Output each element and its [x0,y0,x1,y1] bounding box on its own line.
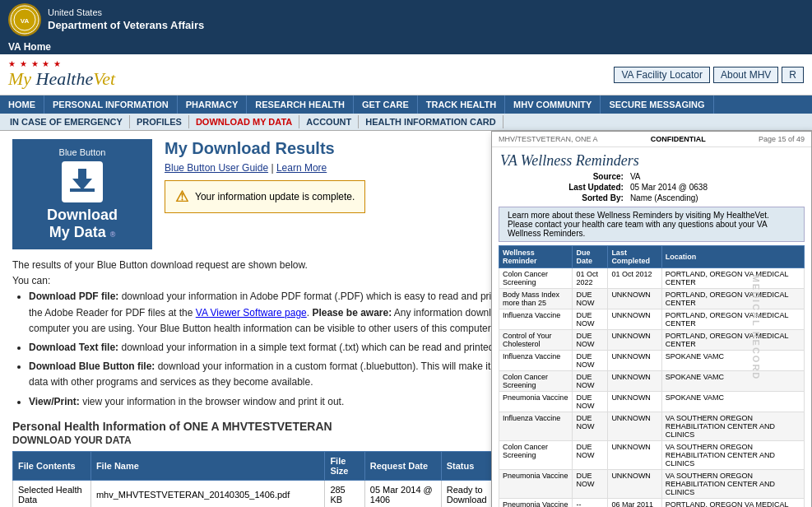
popup-page: Page 15 of 49 [759,135,805,143]
popup-cell-location: PORTLAND, OREGON VA MEDICAL CENTER [661,268,804,289]
alert-box: ⚠ Your information update is complete. [165,180,365,213]
nav-pharmacy[interactable]: PHARMACY [178,95,248,114]
nav-personal-information[interactable]: PERSONAL INFORMATION [44,95,178,114]
about-mhv-link[interactable]: About MHV [713,67,778,83]
popup-cell-location: VA SOUTHERN OREGON REHABILITATION CENTER… [661,441,804,470]
popup-cell-reminder: Influenza Vaccine [499,309,573,330]
popup-cell-location: PORTLAND, OREGON VA MEDICAL CENTER [661,499,804,508]
popup-meta: Source: VA Last Updated: 05 Mar 2014 @ 0… [492,171,811,203]
popup-cell-due: DUE NOW [573,289,608,309]
va-header: VA United States Department of Veterans … [0,0,812,40]
popup-cell-reminder: Colon Cancer Screening [499,371,573,392]
cell-file-contents: Selected Health Data [13,480,91,507]
popup-watermark: MEDICAL RECORD [752,274,762,380]
popup-cell-reminder: Pneumonia Vaccine [499,499,573,508]
blue-button-user-guide-link[interactable]: Blue Button User Guide [165,162,268,174]
popup-patient: MHV/TESTVETERAN, ONE A [499,135,598,143]
popup-cell-reminder: Pneumonia Vaccine [499,470,573,499]
subnav-emergency[interactable]: IN CASE OF EMERGENCY [3,115,130,128]
popup-sorted-label: Sorted By: [492,193,627,203]
subnav-download-my-data[interactable]: DOWNLOAD MY DATA [189,115,299,128]
subnav-health-info-card[interactable]: HEALTH INFORMATION CARD [359,115,503,128]
popup-cell-last: 01 Oct 2012 [608,268,661,289]
mhv-logo-text: My HealtheVet [8,68,115,90]
popup-table-row: Pneumonia Vaccine -- 06 Mar 2011 PORTLAN… [499,499,805,508]
popup-cell-location: SPOKANE VAMC [661,351,804,371]
svg-marker-4 [72,179,92,190]
cell-request-date: 05 Mar 2014 @ 1406 [364,480,441,507]
learn-more-link[interactable]: Learn More [276,162,327,174]
svg-text:VA: VA [21,17,30,25]
popup-th-reminder: Wellness Reminder [499,246,573,268]
nav-mhv-community[interactable]: MHV COMMUNITY [505,95,601,114]
popup-cell-last: UNKNOWN [608,351,661,371]
popup-cell-due: DUE NOW [573,309,608,330]
popup-cell-location: SPOKANE VAMC [661,392,804,412]
subnav-account[interactable]: ACCOUNT [299,115,359,128]
popup-title: VA Wellness Reminders [492,147,811,171]
popup-table-row: Pneumonia Vaccine DUE NOW UNKNOWN SPOKAN… [499,392,805,412]
bb-icon-box: Blue Button Download My Data ® [12,139,152,249]
popup-source-label: Source: [492,171,627,182]
va-nav-top: VA Home [0,40,812,54]
popup-header: MHV/TESTVETERAN, ONE A CONFIDENTIAL Page… [492,132,811,147]
popup-cell-last: UNKNOWN [608,412,661,441]
bb-download-icon [62,161,103,202]
popup-sorted-val: Name (Ascending) [627,193,811,203]
popup-cell-location: PORTLAND, OREGON VA MEDICAL CENTER [661,330,804,351]
popup-th-location: Location [661,246,804,268]
svg-rect-5 [78,169,86,180]
main-nav: HOME PERSONAL INFORMATION PHARMACY RESEA… [0,95,812,114]
popup-th-due: Due Date [573,246,608,268]
th-file-name: File Name [90,451,325,480]
content-wrapper: Blue Button Download My Data ® My Downlo… [0,131,812,507]
popup-cell-due: DUE NOW [573,371,608,392]
popup-cell-reminder: Body Mass Index more than 25 [499,289,573,309]
popup-cell-last: UNKNOWN [608,330,661,351]
bb-label1: Blue Button [59,147,106,157]
popup-cell-due: DUE NOW [573,351,608,371]
popup-cell-due: DUE NOW [573,392,608,412]
popup-updated-label: Last Updated: [492,182,627,193]
alert-icon: ⚠ [175,188,188,206]
popup-cell-last: UNKNOWN [608,470,661,499]
th-file-size: File Size [325,451,364,480]
popup-cell-last: UNKNOWN [608,309,661,330]
popup-info: Learn more about these Wellness Reminder… [499,207,805,242]
popup-cell-reminder: Colon Cancer Screening [499,268,573,289]
th-file-contents: File Contents [13,451,91,480]
mhv-top-links: VA Facility Locator About MHV R [614,67,804,83]
nav-secure-messaging[interactable]: SECURE MESSAGING [601,95,713,114]
r-link[interactable]: R [782,67,804,83]
popup-cell-last: UNKNOWN [608,441,661,470]
popup-cell-location: PORTLAND, OREGON VA MEDICAL CENTER [661,289,804,309]
va-home-link[interactable]: VA Home [8,41,51,53]
popup-table-row: Colon Cancer Screening DUE NOW UNKNOWN V… [499,441,805,470]
popup-cell-due: 01 Oct 2022 [573,268,608,289]
subnav-profiles[interactable]: PROFILES [130,115,189,128]
popup-cell-reminder: Colon Cancer Screening [499,441,573,470]
bb-label2: Download [47,207,118,224]
popup-table-row: Pneumonia Vaccine DUE NOW UNKNOWN VA SOU… [499,470,805,499]
nav-research-health[interactable]: RESEARCH HEALTH [247,95,354,114]
th-request-date: Request Date [364,451,441,480]
bb-label3: My Data ® [49,224,116,241]
popup-cell-due: DUE NOW [573,441,608,470]
popup-cell-location: VA SOUTHERN OREGON REHABILITATION CENTER… [661,412,804,441]
popup-cell-due: -- [573,499,608,508]
popup-cell-due: DUE NOW [573,412,608,441]
popup-cell-location: PORTLAND, OREGON VA MEDICAL CENTER [661,309,804,330]
va-facility-locator-link[interactable]: VA Facility Locator [614,67,709,83]
va-viewer-link[interactable]: VA Viewer Software page [196,307,307,319]
popup-cell-location: SPOKANE VAMC [661,371,804,392]
nav-track-health[interactable]: TRACK HEALTH [418,95,505,114]
va-title: United States Department of Veterans Aff… [48,7,204,32]
mhv-stars: ★ ★ ★ ★ ★ [8,59,115,68]
popup-cell-due: DUE NOW [573,330,608,351]
va-seal: VA [8,3,41,36]
nav-get-care[interactable]: GET CARE [354,95,418,114]
popup-updated-val: 05 Mar 2014 @ 0638 [627,182,811,193]
bb-links: Blue Button User Guide | Learn More [165,162,365,174]
page-title: My Download Results [165,139,365,158]
nav-home[interactable]: HOME [0,95,44,114]
